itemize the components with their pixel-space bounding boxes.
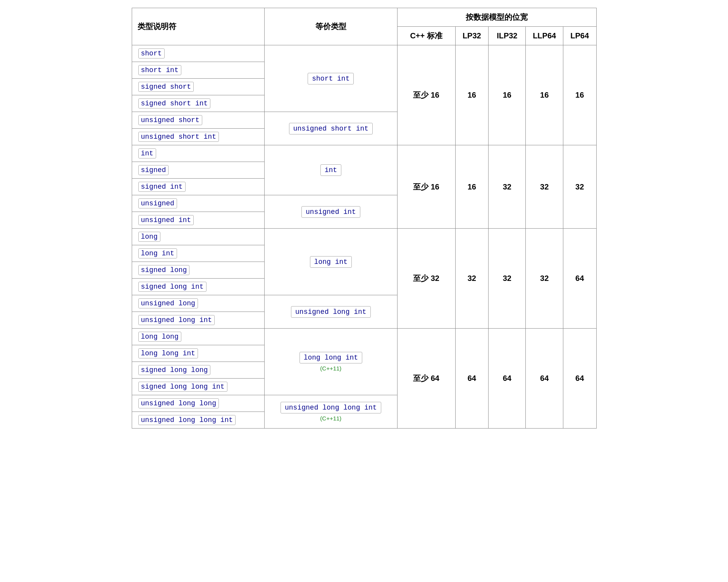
bits-ilp32: 32 — [489, 145, 526, 229]
type-keyword: signed long long — [138, 365, 211, 375]
equiv-keyword: int — [320, 164, 341, 176]
type-keyword: long long int — [138, 348, 198, 358]
equiv-cell: unsigned int — [265, 195, 398, 229]
equiv-cell: long int — [265, 229, 398, 295]
type-keyword: signed short int — [138, 98, 211, 108]
cpp-version-note: (C++11) — [270, 415, 392, 422]
equiv-cell: int — [265, 145, 398, 195]
type-keyword: unsigned — [138, 198, 177, 208]
header-equiv: 等价类型 — [265, 8, 398, 45]
type-cell: unsigned int — [132, 212, 265, 229]
type-keyword: unsigned long — [138, 298, 198, 308]
header-std: C++ 标准 — [397, 27, 455, 45]
type-cell: unsigned long long int — [132, 412, 265, 429]
type-cell: signed int — [132, 179, 265, 195]
type-cell: signed — [132, 162, 265, 179]
type-keyword: short int — [138, 65, 181, 75]
type-keyword: unsigned short — [138, 115, 202, 125]
type-cell: signed short — [132, 79, 265, 95]
type-cell: signed long long — [132, 362, 265, 379]
header-width-group: 按数据模型的位宽 — [397, 8, 596, 27]
type-keyword: unsigned long int — [138, 315, 215, 325]
equiv-keyword: unsigned int — [301, 206, 360, 218]
bits-lp64: 64 — [563, 329, 596, 429]
bits-ilp32: 64 — [489, 329, 526, 429]
bits-llp64: 32 — [526, 229, 563, 329]
bits-llp64: 16 — [526, 45, 563, 145]
equiv-cell: unsigned long int — [265, 295, 398, 329]
equiv-cell: unsigned long long int(C++11) — [265, 395, 398, 429]
type-keyword: unsigned short int — [138, 132, 219, 142]
equiv-keyword: unsigned long int — [291, 306, 371, 318]
type-keyword: long long — [138, 332, 181, 342]
bits-lp32: 64 — [455, 329, 489, 429]
type-cell: long int — [132, 245, 265, 262]
type-cell: long long int — [132, 345, 265, 362]
type-keyword: long — [138, 232, 160, 242]
bits-lp64: 16 — [563, 45, 596, 145]
bits-llp64: 32 — [526, 145, 563, 229]
bits-lp64: 64 — [563, 229, 596, 329]
bits-std: 至少 16 — [397, 45, 455, 145]
type-keyword: unsigned int — [138, 215, 194, 225]
type-keyword: short — [138, 48, 165, 59]
bits-std: 至少 64 — [397, 329, 455, 429]
equiv-keyword: short int — [308, 73, 354, 84]
bits-std: 至少 32 — [397, 229, 455, 329]
type-keyword: signed long — [138, 265, 190, 275]
header-lp64: LP64 — [563, 27, 596, 45]
type-keyword: unsigned long long int — [138, 415, 236, 425]
equiv-cell: unsigned short int — [265, 112, 398, 145]
type-keyword: signed int — [138, 182, 186, 192]
type-keyword: unsigned long long — [138, 398, 219, 408]
equiv-keyword: unsigned long long int — [281, 402, 381, 413]
bits-lp32: 16 — [455, 45, 489, 145]
bits-ilp32: 32 — [489, 229, 526, 329]
bits-lp32: 16 — [455, 145, 489, 229]
type-keyword: long int — [138, 248, 177, 258]
header-llp64: LLP64 — [526, 27, 563, 45]
type-keyword: signed short — [138, 82, 194, 92]
type-width-table: 类型说明符 等价类型 按数据模型的位宽 C++ 标准 LP32 ILP32 LL… — [132, 8, 597, 429]
type-cell: unsigned short int — [132, 129, 265, 145]
type-cell: unsigned long long — [132, 395, 265, 412]
type-keyword: signed — [138, 165, 169, 175]
header-type: 类型说明符 — [132, 8, 265, 45]
equiv-keyword: unsigned short int — [289, 123, 373, 134]
type-cell: short — [132, 45, 265, 62]
equiv-cell: long long int(C++11) — [265, 329, 398, 395]
equiv-cell: short int — [265, 45, 398, 112]
type-cell: int — [132, 145, 265, 162]
bits-std: 至少 16 — [397, 145, 455, 229]
type-keyword: int — [138, 148, 156, 158]
type-cell: unsigned long int — [132, 312, 265, 329]
type-cell: long — [132, 229, 265, 245]
type-cell: unsigned — [132, 195, 265, 212]
type-cell: signed long long int — [132, 379, 265, 395]
type-keyword: signed long int — [138, 282, 207, 292]
type-cell: short int — [132, 62, 265, 79]
bits-llp64: 64 — [526, 329, 563, 429]
type-keyword: signed long long int — [138, 382, 227, 392]
header-lp32: LP32 — [455, 27, 489, 45]
type-cell: unsigned long — [132, 295, 265, 312]
bits-ilp32: 16 — [489, 45, 526, 145]
equiv-keyword: long int — [310, 256, 352, 268]
bits-lp64: 32 — [563, 145, 596, 229]
type-cell: unsigned short — [132, 112, 265, 129]
cpp-version-note: (C++11) — [270, 365, 392, 372]
bits-lp32: 32 — [455, 229, 489, 329]
equiv-keyword: long long int — [299, 352, 362, 363]
header-ilp32: ILP32 — [489, 27, 526, 45]
type-cell: signed short int — [132, 95, 265, 112]
type-cell: signed long — [132, 262, 265, 279]
type-cell: long long — [132, 329, 265, 345]
type-cell: signed long int — [132, 279, 265, 295]
